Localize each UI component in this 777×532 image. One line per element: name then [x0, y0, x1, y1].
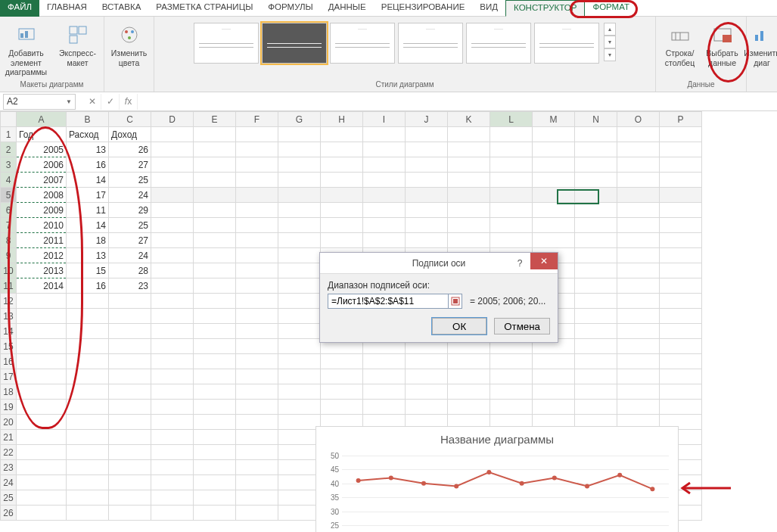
- group-label-layouts: Макеты диаграмм: [20, 80, 84, 90]
- chart-type-icon: [750, 23, 774, 47]
- name-box[interactable]: A2▼: [3, 94, 76, 110]
- col-header-O[interactable]: O: [617, 112, 660, 127]
- svg-rect-5: [70, 36, 77, 43]
- svg-rect-4: [79, 26, 86, 34]
- dialog-title-text: Подписи оси: [412, 258, 466, 269]
- svg-point-8: [131, 30, 134, 33]
- svg-point-32: [454, 484, 458, 488]
- svg-point-33: [486, 470, 491, 474]
- chart-style-3[interactable]: ——: [330, 23, 395, 64]
- select-data-icon: [710, 23, 735, 47]
- add-element-icon: [14, 23, 39, 47]
- ribbon-tabs: ФАЙЛ ГЛАВНАЯ ВСТАВКА РАЗМЕТКА СТРАНИЦЫ Ф…: [0, 0, 777, 17]
- col-header-L[interactable]: L: [490, 112, 533, 127]
- col-header-E[interactable]: E: [194, 112, 236, 127]
- formula-bar: A2▼ ✕ ✓ fx: [0, 92, 777, 111]
- gallery-more-button[interactable]: ▾: [604, 48, 616, 61]
- col-header-D[interactable]: D: [151, 112, 194, 127]
- col-header-N[interactable]: N: [575, 112, 617, 127]
- axis-labels-dialog: Подписи оси ? ✕ Диапазон подписей оси: =…: [319, 252, 558, 343]
- svg-point-9: [128, 36, 131, 39]
- switch-row-column-button[interactable]: Строка/столбец: [661, 20, 699, 67]
- tab-home[interactable]: ГЛАВНАЯ: [39, 0, 95, 17]
- svg-point-38: [650, 487, 654, 491]
- chart-style-1[interactable]: ——: [194, 23, 259, 64]
- chevron-down-icon[interactable]: ▼: [66, 98, 72, 105]
- change-chart-type-button[interactable]: Изменить диаг: [749, 20, 775, 67]
- tab-design[interactable]: КОНСТРУКТОР: [505, 0, 585, 17]
- axis-range-input[interactable]: [328, 294, 448, 308]
- dialog-cancel-button[interactable]: Отмена: [494, 318, 550, 334]
- tab-pagelayout[interactable]: РАЗМЕТКА СТРАНИЦЫ: [148, 0, 260, 17]
- group-label-styles: Стили диаграмм: [375, 80, 434, 90]
- col-header-P[interactable]: P: [660, 112, 702, 127]
- confirm-edit-button[interactable]: ✓: [101, 94, 120, 110]
- select-data-button[interactable]: Выбрать данные: [704, 20, 741, 67]
- tab-formulas[interactable]: ФОРМУЛЫ: [260, 0, 320, 17]
- col-header-F[interactable]: F: [236, 112, 278, 127]
- dialog-help-button[interactable]: ?: [509, 253, 530, 274]
- tab-file[interactable]: ФАЙЛ: [0, 0, 39, 17]
- svg-point-31: [421, 481, 426, 486]
- tab-review[interactable]: РЕЦЕНЗИРОВАНИЕ: [374, 0, 473, 17]
- svg-rect-14: [723, 35, 732, 42]
- gallery-up-button[interactable]: ▴: [604, 23, 616, 36]
- quick-layout-button[interactable]: Экспресс-макет: [54, 20, 101, 67]
- palette-icon: [117, 23, 141, 47]
- gallery-down-button[interactable]: ▾: [604, 36, 616, 48]
- group-label-data: Данные: [687, 80, 714, 90]
- col-header-J[interactable]: J: [406, 112, 448, 127]
- svg-point-7: [125, 30, 128, 33]
- svg-point-34: [520, 481, 524, 486]
- svg-point-35: [552, 475, 557, 480]
- tab-data[interactable]: ДАННЫЕ: [321, 0, 374, 17]
- svg-point-30: [389, 475, 393, 480]
- svg-rect-3: [70, 26, 77, 34]
- col-header-B[interactable]: B: [67, 112, 109, 127]
- embedded-chart[interactable]: Название диаграммы 05101520253035404550 …: [315, 426, 679, 532]
- col-header-K[interactable]: K: [448, 112, 490, 127]
- quick-layout-icon: [66, 23, 90, 47]
- plot-area[interactable]: 05101520253035404550: [342, 456, 669, 532]
- col-header-C[interactable]: C: [109, 112, 151, 127]
- tab-format[interactable]: ФОРМАТ: [585, 0, 637, 17]
- range-preview-text: = 2005; 2006; 20...: [470, 296, 545, 306]
- col-header-G[interactable]: G: [278, 112, 321, 127]
- add-chart-element-button[interactable]: Добавить элемент диаграммы: [3, 20, 50, 77]
- svg-rect-15: [755, 35, 758, 41]
- dialog-field-label: Диапазон подписей оси:: [328, 280, 550, 291]
- svg-point-6: [122, 27, 137, 42]
- chart-style-4[interactable]: ——: [398, 23, 463, 64]
- worksheet-grid[interactable]: A B C D E F G H I J K L M N O P 1ГодРасх…: [0, 111, 777, 532]
- dialog-close-button[interactable]: ✕: [530, 253, 558, 269]
- svg-point-37: [617, 473, 622, 478]
- tab-insert[interactable]: ВСТАВКА: [95, 0, 149, 17]
- dialog-titlebar[interactable]: Подписи оси ? ✕: [320, 253, 558, 274]
- cancel-edit-button[interactable]: ✕: [83, 94, 101, 110]
- svg-point-36: [585, 484, 589, 488]
- formula-input[interactable]: [138, 94, 777, 110]
- col-header-A[interactable]: A: [17, 112, 67, 127]
- col-header-I[interactable]: I: [363, 112, 406, 127]
- switch-icon: [668, 23, 692, 47]
- svg-rect-18: [453, 299, 458, 303]
- range-picker-button[interactable]: [448, 294, 462, 308]
- chart-style-gallery[interactable]: —— —— —— —— —— ▴ ▾ ▾: [194, 20, 616, 64]
- dialog-ok-button[interactable]: ОК: [432, 318, 486, 334]
- svg-rect-1: [20, 33, 23, 38]
- col-header-H[interactable]: H: [321, 112, 363, 127]
- fx-button[interactable]: fx: [120, 94, 138, 110]
- chart-style-6[interactable]: ——: [534, 23, 599, 64]
- svg-rect-2: [25, 31, 28, 38]
- chart-style-5[interactable]: ——: [466, 23, 531, 64]
- ribbon-body: Добавить элемент диаграммы Экспресс-маке…: [0, 17, 777, 92]
- chart-title[interactable]: Название диаграммы: [316, 427, 678, 449]
- col-header-M[interactable]: M: [533, 112, 575, 127]
- chart-style-2[interactable]: [262, 23, 327, 64]
- tab-view[interactable]: ВИД: [472, 0, 505, 17]
- change-colors-button[interactable]: Изменить цвета: [106, 20, 153, 67]
- svg-rect-16: [760, 31, 763, 41]
- svg-point-29: [356, 478, 361, 483]
